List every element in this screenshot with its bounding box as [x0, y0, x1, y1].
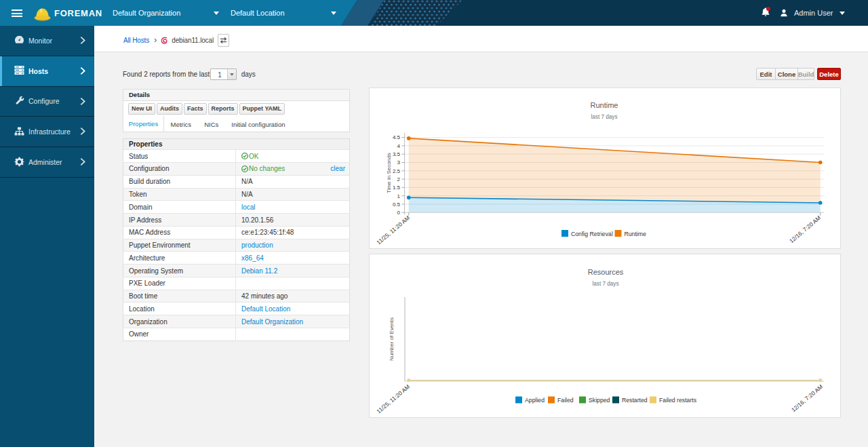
svg-text:0.5: 0.5 [393, 201, 401, 208]
svg-text:11/25, 11:20 AM: 11/25, 11:20 AM [375, 383, 411, 415]
svg-text:Skipped: Skipped [589, 397, 610, 404]
svg-text:Failed restarts: Failed restarts [659, 397, 697, 404]
svg-text:Resources: Resources [588, 268, 624, 276]
svg-text:11/25, 11:20 AM: 11/25, 11:20 AM [375, 214, 411, 246]
svg-text:Number of Events: Number of Events [389, 317, 395, 361]
svg-text:3.5: 3.5 [393, 151, 401, 157]
svg-text:2: 2 [397, 176, 401, 182]
svg-text:Time in Seconds: Time in Seconds [386, 153, 392, 193]
svg-text:1.5: 1.5 [393, 184, 401, 191]
svg-text:4: 4 [397, 143, 401, 149]
svg-text:Failed: Failed [557, 397, 574, 404]
svg-text:2.5: 2.5 [393, 168, 401, 174]
svg-text:last 7 days: last 7 days [592, 281, 618, 287]
svg-text:Config Retrieval: Config Retrieval [571, 231, 613, 237]
svg-text:0: 0 [397, 210, 401, 216]
svg-text:Runtime: Runtime [591, 101, 618, 109]
svg-text:12/16, 7:20 AM: 12/16, 7:20 AM [790, 383, 824, 413]
svg-text:12/16, 7:20 AM: 12/16, 7:20 AM [788, 214, 822, 244]
svg-text:3: 3 [397, 159, 401, 166]
svg-text:last 7 days: last 7 days [591, 114, 617, 120]
svg-text:Restarted: Restarted [622, 397, 648, 404]
svg-text:Runtime: Runtime [625, 231, 647, 237]
svg-text:4.5: 4.5 [393, 134, 401, 140]
svg-text:1: 1 [397, 193, 401, 199]
svg-text:Applied: Applied [525, 397, 545, 404]
